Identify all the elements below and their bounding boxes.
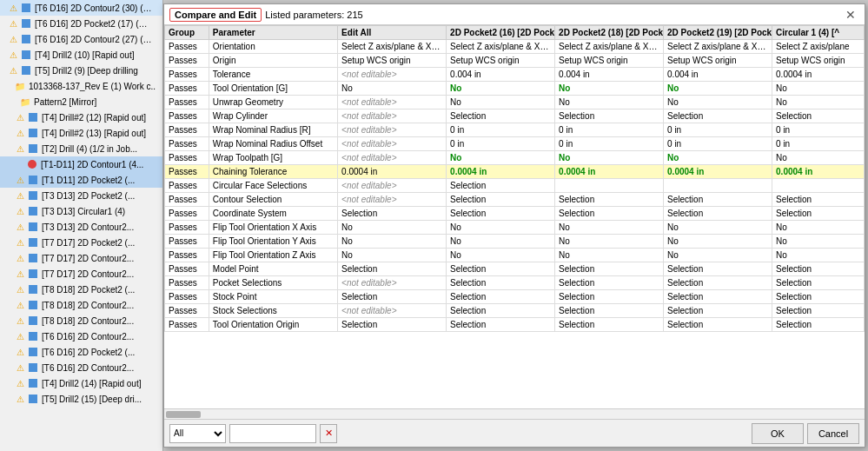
warning-icon: ⚠ <box>14 315 26 327</box>
cell-col4: Selection <box>772 276 865 290</box>
warning-icon: ⚠ <box>14 393 26 405</box>
tree-item[interactable]: ⚠[T6 D16] 2D Pocket2 (17) (… <box>0 16 162 31</box>
cell-col3: Select Z axis/plane & X axis <box>664 40 772 54</box>
cell-col1: No <box>447 96 555 109</box>
cell-group: Passes <box>165 165 209 179</box>
tree-item[interactable]: ⚠[T6 D16] 2D Contour2 (27) (… <box>0 31 162 47</box>
cell-editall: <not editable> <box>338 276 447 290</box>
cell-col3: No <box>664 151 772 165</box>
operation-icon <box>29 301 37 309</box>
cell-editall: No <box>338 235 447 249</box>
tree-item[interactable]: ⚠[T3 D13] 2D Pocket2 (... <box>0 188 162 203</box>
cell-parameter: Orientation <box>209 40 337 54</box>
tree-item[interactable]: ⚠[T7 D17] 2D Contour2... <box>0 266 162 282</box>
tree-item[interactable]: ⚠[T7 D17] 2D Contour2... <box>0 250 162 266</box>
tree-item[interactable]: 📁1013368-137_Rev E (1) Work c.. <box>0 78 162 94</box>
cell-col3: Selection <box>664 304 772 318</box>
listed-params-label: Listed parameters: 215 <box>265 10 363 20</box>
tree-item-label: [T6 D16] 2D Pocket2 (... <box>42 348 135 357</box>
column-header-editall: Edit All <box>338 26 447 40</box>
table-row: PassesOriginSetup WCS originSetup WCS or… <box>165 54 865 68</box>
warning-icon: ⚠ <box>14 236 26 249</box>
tree-item-label: [T4] Drill2 (10) [Rapid out] <box>35 50 135 60</box>
warning-icon: ⚠ <box>14 346 26 358</box>
cell-col3: No <box>664 96 772 109</box>
tree-item[interactable]: ⚠[T8 D18] 2D Pocket2 (... <box>0 282 162 297</box>
warning-icon: ⚠ <box>14 268 26 280</box>
tree-item[interactable]: ⚠[T7 D17] 2D Pocket2 (... <box>0 235 162 250</box>
tree-item[interactable]: ⚠[T4] Drill2 (14) [Rapid out] <box>0 375 162 391</box>
tree-item-label: [T1 D11] 2D Pocket2 (... <box>42 176 135 185</box>
cell-group: Passes <box>165 68 209 82</box>
tree-item[interactable]: ⚠[T4] Drill#2 (13) [Rapid out] <box>0 125 162 141</box>
tree-item[interactable]: ⚠[T5] Drill2 (9) [Deep drilling <box>0 63 162 78</box>
table-row: PassesWrap Nominal Radius [R]<not editab… <box>165 123 865 137</box>
tree-item[interactable]: ⚠[T5] Drill2 (15) [Deep dri... <box>0 391 162 407</box>
cell-col2: 0.004 in <box>555 68 664 82</box>
cell-editall: <not editable> <box>338 96 447 109</box>
cell-editall: Selection <box>338 318 447 332</box>
tree-item[interactable]: ⚠[T6 D16] 2D Contour2 (30) (… <box>0 0 162 16</box>
params-table-container[interactable]: GroupParameterEdit All2D Pocket2 (16) [2… <box>164 25 865 408</box>
tree-item-label: [T6 D16] 2D Contour2... <box>42 332 134 342</box>
cell-col2: 0 in <box>555 123 664 137</box>
close-button[interactable]: ✕ <box>842 8 859 22</box>
cell-parameter: Stock Selections <box>209 304 337 318</box>
clear-search-button[interactable]: ✕ <box>320 424 337 443</box>
tree-item[interactable]: ⚠[T6 D16] 2D Contour2... <box>0 360 162 375</box>
cell-col3: 0.0004 in <box>664 165 772 179</box>
tree-item[interactable]: ⚠[T4] Drill2 (10) [Rapid out] <box>0 47 162 63</box>
operation-icon <box>29 238 37 247</box>
tree-item[interactable]: 📁Pattern2 [Mirror] <box>0 94 162 109</box>
cell-col2: Select Z axis/plane & X axis <box>555 40 664 54</box>
cell-col1: Selection <box>447 207 555 221</box>
tree-item[interactable]: ⚠[T3 D13] Circular1 (4) <box>0 203 162 219</box>
tree-item-label: [T6 D16] 2D Contour2... <box>42 363 134 373</box>
tree-item-label: [T3 D13] Circular1 (4) <box>42 207 125 216</box>
cancel-button[interactable]: Cancel <box>807 423 859 444</box>
cell-col2: Selection <box>555 193 664 207</box>
cell-col1: Selection <box>447 193 555 207</box>
cell-parameter: Unwrap Geometry <box>209 96 337 109</box>
tree-item-label: [T6 D16] 2D Contour2 (27) (… <box>35 35 152 44</box>
tree-item[interactable]: ⚠[T8 D18] 2D Contour2... <box>0 313 162 328</box>
cell-parameter: Model Point <box>209 262 337 276</box>
warning-icon: ⚠ <box>14 299 26 311</box>
tree-item[interactable]: [T1-D11] 2D Contour1 (4... <box>0 156 162 172</box>
horizontal-scrollbar[interactable] <box>164 408 865 419</box>
cell-col2: No <box>555 82 664 96</box>
tree-item[interactable]: ⚠[T3 D13] 2D Contour2... <box>0 219 162 235</box>
tree-item[interactable]: ⚠[T2] Drill (4) (1/2 in Job... <box>0 141 162 156</box>
cell-col2: Selection <box>555 304 664 318</box>
cell-group: Passes <box>165 221 209 235</box>
ok-button[interactable]: OK <box>752 423 804 444</box>
cell-editall: <not editable> <box>338 137 447 151</box>
tree-item[interactable]: ⚠[T4] Drill#2 (12) [Rapid out] <box>0 109 162 125</box>
tree-item[interactable]: ⚠[T6 D16] 2D Contour2... <box>0 328 162 344</box>
operation-icon <box>29 113 37 122</box>
cell-col2: No <box>555 96 664 109</box>
tree-item-label: [T6 D16] 2D Contour2 (30) (… <box>35 3 152 13</box>
tree-item[interactable]: ⚠[T8 D18] 2D Contour2... <box>0 297 162 313</box>
cell-col1: No <box>447 151 555 165</box>
warning-icon: ⚠ <box>14 330 26 342</box>
table-row: PassesFlip Tool Orientation X AxisNoNoNo… <box>165 221 865 235</box>
search-input[interactable] <box>229 424 316 443</box>
cell-editall: No <box>338 221 447 235</box>
cell-col2: No <box>555 249 664 262</box>
operation-icon <box>29 316 37 325</box>
tree-item-label: [T4] Drill#2 (13) [Rapid out] <box>42 129 146 138</box>
cell-parameter: Coordinate System <box>209 207 337 221</box>
filter-dropdown[interactable]: AllChangedDifferent <box>169 424 226 443</box>
cell-col3: Selection <box>664 276 772 290</box>
cell-group: Passes <box>165 151 209 165</box>
tree-item-label: Pattern2 [Mirror] <box>34 97 96 107</box>
dialog-footer: AllChangedDifferent ✕ OK Cancel <box>164 419 865 447</box>
cell-col2: Selection <box>555 318 664 332</box>
tree-item[interactable]: ⚠[T6 D16] 2D Pocket2 (... <box>0 344 162 360</box>
cell-group: Passes <box>165 109 209 123</box>
column-header-parameter: Parameter <box>209 26 337 40</box>
tree-item[interactable]: ⚠[T1 D11] 2D Pocket2 (... <box>0 172 162 188</box>
cell-col1: Selection <box>447 318 555 332</box>
hscroll-thumb[interactable] <box>166 411 201 418</box>
